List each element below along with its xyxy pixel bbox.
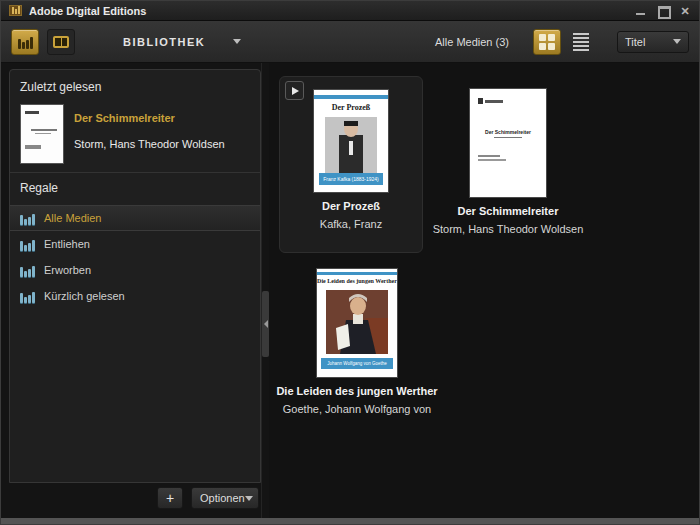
recent-book-title[interactable]: Der Schimmelreiter xyxy=(74,112,225,124)
window-title: Adobe Digital Editions xyxy=(29,5,146,17)
book-title: Die Leiden des jungen Werther xyxy=(273,385,441,397)
shelf-item-label: Erworben xyxy=(44,264,91,276)
book-tile-werther[interactable]: Die Leiden des jungen Werther Johann xyxy=(273,256,441,415)
divider-grip[interactable] xyxy=(262,291,269,357)
list-icon xyxy=(573,33,589,51)
title-bar: Adobe Digital Editions ✕ xyxy=(1,1,699,21)
cover-caption: Johann Wolfgang von Goethe (1749-1832) xyxy=(321,358,393,369)
library-dropdown-label: BIBLIOTHEK xyxy=(123,36,205,48)
shelf-item-kuerzlich-gelesen[interactable]: Kürzlich gelesen xyxy=(10,283,260,309)
cover-title: Der Schimmelreiter xyxy=(470,129,546,135)
sidebar-divider[interactable] xyxy=(261,63,269,519)
sort-dropdown-value: Titel xyxy=(625,36,645,48)
maximize-button[interactable] xyxy=(657,6,669,16)
shelf-icon xyxy=(20,237,35,251)
shelves-header: Regale xyxy=(10,181,260,195)
grid-view-button[interactable] xyxy=(533,29,561,55)
recent-book-author: Storm, Hans Theodor Woldsen xyxy=(74,138,225,150)
recently-read-header: Zuletzt gelesen xyxy=(20,80,250,94)
minimize-button[interactable] xyxy=(635,6,647,16)
sidebar-footer: + Optionen xyxy=(9,483,261,519)
library-grid: Der Prozeß Franz Kafka (1883-1924) Der P… xyxy=(269,63,699,519)
shelf-icon xyxy=(20,263,35,277)
add-shelf-button[interactable]: + xyxy=(157,487,183,509)
shelf-item-erworben[interactable]: Erworben xyxy=(10,257,260,283)
cover-portrait xyxy=(326,290,388,354)
open-book-icon xyxy=(53,36,69,48)
options-dropdown-button[interactable]: Optionen xyxy=(191,487,259,509)
window-bottom-frame xyxy=(1,518,699,524)
book-title: Der Prozeß xyxy=(280,200,422,212)
cover-photo xyxy=(325,117,377,173)
app-body: Zuletzt gelesen Der Schimmelreiter Storm… xyxy=(1,63,699,519)
chevron-down-icon xyxy=(233,39,241,44)
media-count-label: Alle Medien (3) xyxy=(435,36,509,48)
shelf-item-label: Kürzlich gelesen xyxy=(44,290,125,302)
sidebar: Zuletzt gelesen Der Schimmelreiter Storm… xyxy=(1,63,261,519)
shelf-icon xyxy=(20,289,35,303)
book-title: Der Schimmelreiter xyxy=(436,205,580,217)
options-button-label: Optionen xyxy=(200,492,245,504)
chevron-down-icon xyxy=(673,39,681,44)
sidebar-panel: Zuletzt gelesen Der Schimmelreiter Storm… xyxy=(9,69,261,483)
close-button[interactable]: ✕ xyxy=(679,6,691,16)
shelf-item-label: Alle Medien xyxy=(44,212,101,224)
library-view-button[interactable] xyxy=(11,29,39,55)
play-read-icon[interactable] xyxy=(285,81,304,100)
cover-title: Der Prozeß xyxy=(314,103,388,112)
sort-dropdown[interactable]: Titel xyxy=(617,31,689,53)
chevron-down-icon xyxy=(245,496,253,501)
shelf-item-label: Entliehen xyxy=(44,238,90,250)
shelf-item-entliehen[interactable]: Entliehen xyxy=(10,231,260,257)
book-cover[interactable]: Der Prozeß Franz Kafka (1883-1924) xyxy=(314,90,388,192)
cover-caption: Franz Kafka (1883-1924) xyxy=(319,173,383,185)
toolbar: BIBLIOTHEK Alle Medien (3) Titel xyxy=(1,21,699,63)
book-cover[interactable]: Der Schimmelreiter xyxy=(470,89,546,197)
recently-read-item[interactable]: Der Schimmelreiter Storm, Hans Theodor W… xyxy=(20,104,250,164)
book-author: Storm, Hans Theodor Woldsen xyxy=(428,223,588,235)
grid-icon xyxy=(539,34,555,50)
book-tile-der-prozess[interactable]: Der Prozeß Franz Kafka (1883-1924) Der P… xyxy=(279,76,423,253)
book-author: Goethe, Johann Wolfgang von xyxy=(273,403,441,415)
shelf-item-alle-medien[interactable]: Alle Medien xyxy=(10,205,260,231)
app-window: Adobe Digital Editions ✕ BIBLIOTHEK Alle… xyxy=(0,0,700,525)
reading-view-button[interactable] xyxy=(47,29,75,55)
cover-title: Die Leiden des jungen Werther xyxy=(317,278,397,284)
book-thumbnail xyxy=(20,104,64,164)
book-author: Kafka, Franz xyxy=(280,218,422,230)
recently-read-section: Zuletzt gelesen Der Schimmelreiter Storm… xyxy=(10,70,260,173)
library-dropdown[interactable]: BIBLIOTHEK xyxy=(123,36,241,48)
book-tile-der-schimmelreiter[interactable]: Der Schimmelreiter Der Schimmelreiter St… xyxy=(436,76,580,253)
bookshelf-icon xyxy=(18,35,33,49)
collapse-left-icon xyxy=(264,320,268,328)
shelves-section: Regale Alle Medien Entliehen Erworben xyxy=(10,173,260,309)
book-cover[interactable]: Die Leiden des jungen Werther Johann xyxy=(317,269,397,377)
app-logo-icon xyxy=(9,5,22,16)
list-view-button[interactable] xyxy=(567,29,595,55)
shelf-icon xyxy=(20,211,35,225)
